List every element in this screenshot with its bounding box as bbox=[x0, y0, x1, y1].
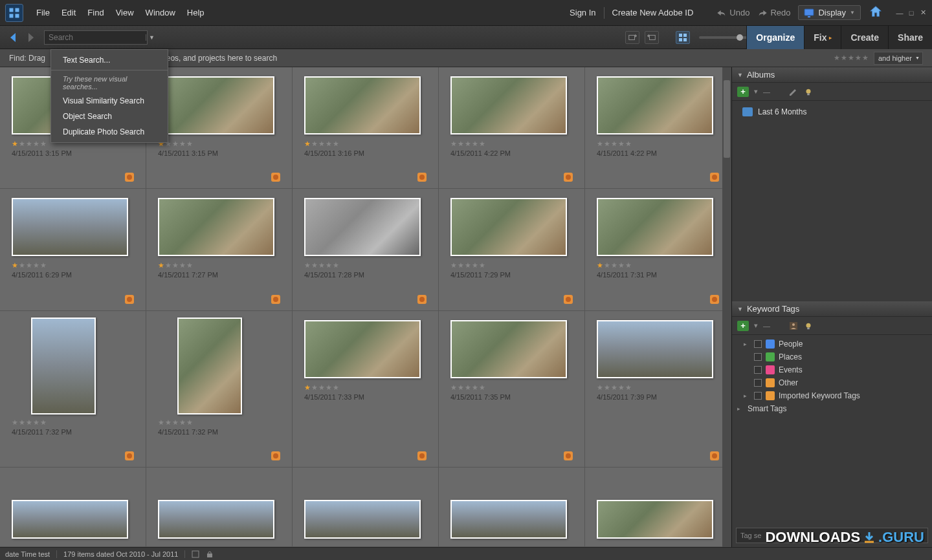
albums-panel-header[interactable]: ▼Albums bbox=[732, 67, 932, 83]
menu-view[interactable]: View bbox=[116, 8, 134, 17]
tag-badge-icon[interactable] bbox=[710, 451, 719, 460]
rating-stars[interactable]: ★★★★★ bbox=[304, 383, 427, 392]
menu-find[interactable]: Find bbox=[87, 8, 104, 17]
rating-stars[interactable]: ★★★★★ bbox=[158, 140, 280, 148]
album-item[interactable]: Last 6 Months bbox=[737, 105, 927, 119]
thumbnail-image[interactable] bbox=[158, 198, 274, 256]
thumbnail-cell[interactable]: ★★★★★4/15/2011 7:32 PM bbox=[146, 311, 293, 468]
rating-stars[interactable]: ★★★★★ bbox=[597, 140, 719, 148]
thumbnail-cell[interactable]: ★★★★★4/15/2011 7:28 PM bbox=[293, 189, 439, 310]
rating-stars[interactable]: ★★★★★ bbox=[597, 261, 719, 270]
add-tag-button[interactable]: + bbox=[737, 321, 749, 331]
menu-duplicate-search[interactable]: Duplicate Photo Search bbox=[51, 124, 168, 140]
thumbnail-cell[interactable] bbox=[585, 468, 731, 547]
rating-stars[interactable]: ★★★★★ bbox=[450, 261, 573, 270]
thumbnail-cell[interactable]: ★★★★★4/15/2011 4:22 PM bbox=[439, 67, 585, 189]
thumbnail-image[interactable] bbox=[304, 500, 421, 539]
tag-badge-icon[interactable] bbox=[417, 451, 427, 460]
rotate-right-button[interactable] bbox=[645, 31, 659, 44]
thumbnail-image[interactable] bbox=[304, 198, 421, 256]
tag-badge-icon[interactable] bbox=[417, 295, 427, 304]
thumbnail-cell[interactable]: ★★★★★4/15/2011 3:16 PM bbox=[293, 67, 439, 189]
rating-stars[interactable]: ★★★★★ bbox=[12, 418, 134, 427]
albums-toolbar-drop[interactable]: ▾ bbox=[754, 87, 758, 96]
minimize-button[interactable]: — bbox=[896, 9, 904, 17]
rating-stars[interactable]: ★★★★★ bbox=[12, 261, 134, 270]
thumbnail-cell[interactable]: ★★★★★4/15/2011 6:29 PM bbox=[0, 189, 146, 310]
status-icon[interactable] bbox=[192, 550, 199, 558]
tag-badge-icon[interactable] bbox=[271, 295, 280, 304]
menu-window[interactable]: Window bbox=[146, 8, 175, 17]
thumbnail-cell[interactable]: ★★★★★4/15/2011 7:32 PM bbox=[0, 311, 146, 468]
bulb-icon[interactable] bbox=[804, 321, 813, 330]
tag-badge-icon[interactable] bbox=[710, 173, 719, 182]
home-button[interactable] bbox=[869, 5, 883, 21]
thumbnail-image[interactable] bbox=[12, 500, 128, 539]
tags-toolbar-drop[interactable]: ▾ bbox=[754, 321, 758, 330]
rating-stars[interactable]: ★★★★★ bbox=[450, 140, 573, 148]
rating-stars[interactable]: ★★★★★ bbox=[450, 383, 573, 392]
thumbnail-cell[interactable]: ★★★★★4/15/2011 7:29 PM bbox=[439, 189, 585, 310]
thumbnail-cell[interactable]: ★★★★★4/15/2011 7:31 PM bbox=[585, 189, 731, 310]
thumbnail-image[interactable] bbox=[450, 76, 567, 135]
tag-badge-icon[interactable] bbox=[417, 173, 427, 182]
tag-badge-icon[interactable] bbox=[564, 451, 573, 460]
rating-stars[interactable]: ★★★★★ bbox=[304, 140, 427, 148]
person-icon[interactable] bbox=[788, 321, 799, 331]
rating-stars[interactable]: ★★★★★ bbox=[597, 383, 719, 392]
tab-organize[interactable]: Organize bbox=[746, 26, 804, 49]
thumbnail-image[interactable] bbox=[31, 318, 96, 415]
thumbnail-image[interactable] bbox=[12, 198, 128, 256]
thumbnail-image[interactable] bbox=[177, 318, 242, 415]
create-adobe-id-link[interactable]: Create New Adobe ID bbox=[612, 8, 694, 17]
thumbnail-image[interactable] bbox=[597, 320, 713, 378]
rating-stars[interactable]: ★★★★★ bbox=[158, 418, 280, 427]
keyword-people[interactable]: ▸People bbox=[735, 338, 929, 350]
maximize-button[interactable]: □ bbox=[907, 9, 915, 17]
thumbnail-image[interactable] bbox=[158, 76, 274, 135]
menu-text-search[interactable]: Text Search... bbox=[51, 52, 168, 68]
edit-icon[interactable] bbox=[788, 87, 799, 97]
tab-fix[interactable]: Fix▸ bbox=[804, 26, 841, 49]
tag-badge-icon[interactable] bbox=[125, 295, 134, 304]
tag-badge-icon[interactable] bbox=[564, 173, 573, 182]
nav-forward-button[interactable] bbox=[23, 30, 38, 45]
undo-button[interactable]: Undo bbox=[716, 8, 749, 17]
thumbnail-cell[interactable]: ★★★★★4/15/2011 7:39 PM bbox=[585, 311, 731, 468]
keyword-imported[interactable]: ▸Imported Keyword Tags bbox=[735, 389, 929, 402]
tag-badge-icon[interactable] bbox=[271, 451, 280, 460]
tag-badge-icon[interactable] bbox=[564, 295, 573, 304]
tag-badge-icon[interactable] bbox=[125, 173, 134, 182]
bulb-icon[interactable] bbox=[804, 87, 813, 96]
tab-create[interactable]: Create bbox=[841, 26, 888, 49]
thumbnail-cell[interactable]: ★★★★★4/15/2011 7:35 PM bbox=[439, 311, 585, 468]
keyword-other[interactable]: Other bbox=[735, 376, 929, 389]
redo-button[interactable]: Redo bbox=[757, 8, 790, 17]
thumbnail-image[interactable] bbox=[597, 198, 713, 256]
app-logo[interactable] bbox=[5, 4, 23, 22]
close-button[interactable]: ✕ bbox=[919, 9, 927, 17]
menu-edit[interactable]: Edit bbox=[61, 8, 76, 17]
tag-badge-icon[interactable] bbox=[271, 173, 280, 182]
thumbnail-view-button[interactable] bbox=[676, 31, 690, 44]
thumbnail-cell[interactable] bbox=[293, 468, 439, 547]
menu-file[interactable]: File bbox=[36, 8, 50, 17]
tag-badge-icon[interactable] bbox=[125, 451, 134, 460]
thumbnail-cell[interactable] bbox=[0, 468, 146, 547]
thumbnail-image[interactable] bbox=[597, 500, 713, 539]
lock-icon[interactable] bbox=[206, 550, 214, 558]
keyword-events[interactable]: Events bbox=[735, 363, 929, 376]
keywords-panel-header[interactable]: ▼Keyword Tags bbox=[732, 301, 932, 317]
search-dropdown-toggle[interactable]: ▼ bbox=[146, 34, 153, 41]
thumbnail-image[interactable] bbox=[450, 500, 567, 539]
thumbnail-cell[interactable]: ★★★★★4/15/2011 7:27 PM bbox=[146, 189, 293, 310]
thumbnail-cell[interactable]: ★★★★★4/15/2011 7:33 PM bbox=[293, 311, 439, 468]
vertical-scrollbar[interactable] bbox=[722, 67, 731, 547]
keyword-places[interactable]: Places bbox=[735, 350, 929, 363]
sign-in-link[interactable]: Sign In bbox=[570, 8, 595, 17]
nav-back-button[interactable] bbox=[6, 30, 21, 45]
thumbnail-image[interactable] bbox=[304, 320, 421, 378]
add-album-button[interactable]: + bbox=[737, 87, 749, 97]
rating-filter-stars[interactable]: ★★★★★ bbox=[834, 54, 869, 62]
smart-tags[interactable]: ▸Smart Tags bbox=[735, 402, 929, 415]
